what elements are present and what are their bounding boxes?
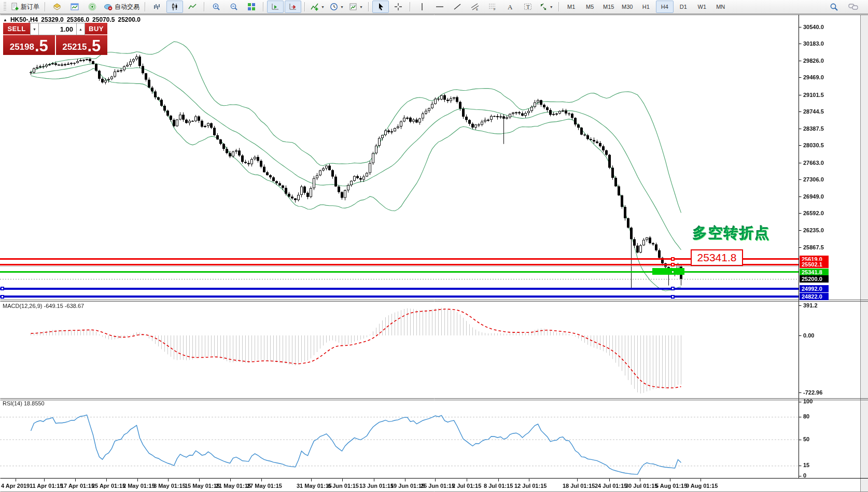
timeframe-h4-button[interactable]: H4 [656, 1, 674, 13]
rsi-axis-label: 100 [803, 398, 813, 404]
volume-increase-button[interactable]: ▲ [76, 23, 85, 35]
trendline-tool-button[interactable] [449, 1, 466, 13]
line-chart-icon [188, 3, 197, 11]
text-tool-button[interactable]: A [502, 1, 519, 13]
dropdown-caret-icon: ▼ [359, 5, 363, 9]
price-axis-label: 30540.0 [803, 24, 824, 30]
price-callout-label[interactable]: 25341.8 [691, 249, 743, 266]
timeframe-d1-button[interactable]: D1 [675, 1, 692, 13]
date-axis-label: 31 May 01:15 [297, 483, 332, 489]
timeframe-m1-button[interactable]: M1 [563, 1, 580, 13]
line-handle[interactable] [1, 295, 4, 299]
date-axis-label: 8 May 01:15 [153, 483, 186, 489]
buy-button[interactable]: BUY [85, 23, 107, 35]
horizontal-level-line[interactable] [0, 258, 799, 260]
rsi-pane-label: RSI(14) 18.8550 [3, 400, 45, 406]
date-axis-label: 4 Apr 2019 [1, 483, 30, 489]
zoom-in-icon [212, 3, 220, 11]
date-axis-label: 21 May 01:15 [216, 483, 251, 489]
cursor-tool-button[interactable] [372, 1, 389, 13]
chart-shift-button[interactable] [285, 1, 301, 13]
text-a-icon: A [507, 3, 514, 11]
svg-text:A: A [508, 3, 513, 11]
zoom-in-button[interactable] [208, 1, 225, 13]
timeframe-mn-button[interactable]: MN [712, 1, 730, 13]
timeframe-m30-button[interactable]: M30 [619, 1, 636, 13]
auto-trading-button[interactable]: 自动交易 [102, 1, 142, 13]
indicators-button[interactable]: ▼ [309, 1, 327, 13]
volume-input[interactable]: 1.00 [39, 23, 76, 35]
mt-terminal-window: 新订单 [0, 0, 868, 492]
tile-windows-icon [247, 3, 256, 11]
collapse-icon[interactable]: ▲ [3, 18, 7, 22]
equidistant-channel-tool-button[interactable]: E [467, 1, 483, 13]
sell-price[interactable]: 25198 .5 [3, 35, 55, 55]
candle-chart-button[interactable] [166, 1, 183, 13]
book-icon [53, 3, 61, 11]
vertical-line-tool-button[interactable] [414, 1, 430, 13]
horizontal-level-line[interactable] [0, 288, 799, 290]
sell-button[interactable]: SELL [3, 23, 30, 35]
arrows-tool-button[interactable]: ▼ [537, 1, 555, 13]
horizontal-level-line[interactable] [0, 296, 799, 298]
market-watch-button[interactable] [49, 1, 65, 13]
fibonacci-icon: F [488, 3, 497, 11]
horizontal-line-tool-button[interactable] [431, 1, 448, 13]
date-axis-label: 24 Jul 01:15 [595, 483, 627, 489]
toolbar-separator [263, 2, 264, 11]
ohlc-close: 25200.0 [118, 16, 140, 23]
data-window-button[interactable] [66, 1, 83, 13]
toolbar-grip[interactable] [4, 2, 6, 11]
buy-price[interactable]: 25215 .5 [56, 35, 108, 55]
macd-axis-label: 391.2 [803, 302, 818, 308]
line-handle[interactable] [671, 257, 675, 261]
toolbar-separator [558, 2, 559, 11]
fibonacci-tool-button[interactable]: F [484, 1, 501, 13]
timeframe-m5-button[interactable]: M5 [581, 1, 599, 13]
line-handle[interactable] [671, 295, 675, 299]
line-handle[interactable] [671, 287, 675, 290]
horizontal-level-line[interactable] [0, 264, 799, 265]
horizontal-level-line[interactable] [0, 266, 799, 266]
strategy-tester-button[interactable] [84, 1, 101, 13]
text-label-tool-button[interactable]: T [520, 1, 536, 13]
toolbar-separator [368, 2, 369, 11]
indicators-plus-icon [311, 3, 319, 11]
level-price-tag: 25341.8 [800, 269, 829, 276]
new-order-button[interactable]: 新订单 [9, 1, 41, 13]
tile-windows-button[interactable] [243, 1, 260, 13]
auto-trading-icon [104, 3, 113, 11]
timeframe-h1-button[interactable]: H1 [637, 1, 655, 13]
auto-scroll-button[interactable] [267, 1, 284, 13]
ohlc-open: 25329.0 [41, 16, 63, 23]
search-button[interactable] [825, 1, 842, 13]
chart-canvas[interactable] [0, 0, 868, 492]
comments-button[interactable] [845, 1, 862, 13]
line-handle[interactable] [671, 270, 675, 274]
price-axis-label: 29101.5 [803, 92, 824, 98]
new-order-label: 新订单 [21, 3, 39, 11]
macd-values: -649.15 -638.67 [44, 303, 84, 309]
highlight-rectangle[interactable] [652, 268, 684, 275]
timeframe-m15-button[interactable]: M15 [600, 1, 618, 13]
zoom-out-button[interactable] [226, 1, 242, 13]
crosshair-tool-button[interactable] [390, 1, 407, 13]
volume-decrease-button[interactable]: ▼ [30, 23, 39, 35]
crosshair-icon [394, 3, 402, 11]
templates-button[interactable]: ▼ [347, 1, 365, 13]
timeframe-w1-button[interactable]: W1 [693, 1, 711, 13]
date-axis-label: 15 May 01:15 [185, 483, 220, 489]
ohlc-low: 25070.5 [92, 16, 115, 23]
date-axis-label: 5 Aug 01:15 [655, 483, 687, 489]
annotation-text[interactable]: 多空转折点 [693, 223, 771, 243]
line-chart-button[interactable] [184, 1, 201, 13]
clock-icon [330, 3, 338, 11]
auto-scroll-icon [271, 3, 279, 11]
date-axis-label: 18 Jul 01:15 [563, 483, 595, 489]
bar-chart-button[interactable] [149, 1, 165, 13]
svg-text:T: T [526, 4, 530, 10]
line-handle[interactable] [671, 263, 675, 266]
line-handle[interactable] [1, 287, 4, 290]
timeframes-menu-button[interactable]: ▼ [328, 1, 346, 13]
macd-axis-label: -722.96 [803, 389, 822, 396]
